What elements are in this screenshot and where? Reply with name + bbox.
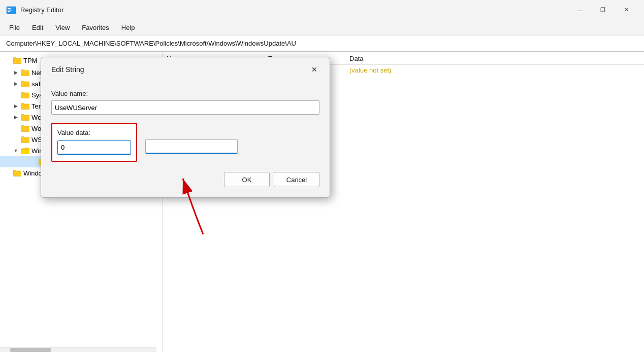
folder-icon bbox=[21, 125, 29, 132]
menu-view[interactable]: View bbox=[50, 22, 75, 33]
menu-bar: File Edit View Favorites Help bbox=[0, 20, 644, 36]
dialog-title-bar: Edit String ✕ bbox=[41, 57, 330, 82]
chevron-icon: ▶ bbox=[12, 102, 19, 110]
title-bar: Registry Editor — ❐ ✕ bbox=[0, 0, 644, 20]
chevron-icon bbox=[12, 91, 19, 98]
folder-icon bbox=[13, 57, 21, 64]
window-controls: — ❐ ✕ bbox=[568, 2, 638, 18]
close-button[interactable]: ✕ bbox=[615, 2, 638, 18]
chevron-icon bbox=[4, 169, 11, 177]
folder-icon bbox=[21, 136, 29, 143]
edit-string-dialog: Edit String ✕ Value name: Value data: Va… bbox=[41, 57, 330, 198]
chevron-icon: ▶ bbox=[12, 69, 19, 76]
chevron-icon bbox=[12, 136, 19, 143]
scrollbar-thumb[interactable] bbox=[10, 348, 51, 352]
folder-icon bbox=[13, 169, 21, 177]
dialog-buttons: OK Cancel bbox=[51, 172, 319, 187]
chevron-icon bbox=[12, 125, 19, 132]
dialog-close-button[interactable]: ✕ bbox=[307, 62, 321, 77]
app-icon bbox=[6, 5, 16, 15]
folder-icon bbox=[21, 69, 29, 76]
value-data-input-right[interactable] bbox=[145, 139, 238, 154]
value-data-input[interactable] bbox=[57, 140, 131, 155]
value-name-label: Value name: bbox=[51, 90, 319, 97]
dialog-title: Edit String bbox=[51, 65, 84, 74]
main-area: TPM ▶ NetworkProvider ▶ safer System bbox=[0, 52, 644, 352]
svg-rect-3 bbox=[8, 11, 10, 12]
col-header-data: Data bbox=[349, 55, 640, 62]
menu-favorites[interactable]: Favorites bbox=[77, 22, 114, 33]
address-path: Computer\HKEY_LOCAL_MACHINE\SOFTWARE\Pol… bbox=[6, 40, 296, 47]
chevron-icon: ▼ bbox=[12, 147, 19, 154]
folder-icon bbox=[21, 91, 29, 98]
folder-icon bbox=[21, 147, 29, 154]
value-data-label: Value data: bbox=[57, 129, 131, 136]
menu-edit[interactable]: Edit bbox=[27, 22, 48, 33]
chevron-icon bbox=[4, 57, 11, 64]
address-bar: Computer\HKEY_LOCAL_MACHINE\SOFTWARE\Pol… bbox=[0, 36, 644, 52]
folder-icon bbox=[21, 80, 29, 87]
svg-rect-1 bbox=[8, 8, 11, 9]
menu-help[interactable]: Help bbox=[116, 22, 140, 33]
folder-icon bbox=[21, 102, 29, 110]
minimize-button[interactable]: — bbox=[568, 2, 591, 18]
svg-rect-2 bbox=[8, 10, 12, 11]
reg-data: (value not set) bbox=[349, 66, 640, 74]
cancel-button[interactable]: Cancel bbox=[274, 172, 319, 187]
dialog-body: Value name: Value data: Value data: OK C… bbox=[41, 82, 330, 197]
menu-file[interactable]: File bbox=[4, 22, 25, 33]
chevron-icon: ▶ bbox=[12, 80, 19, 87]
folder-icon bbox=[21, 114, 29, 121]
chevron-icon bbox=[29, 158, 37, 165]
window-title: Registry Editor bbox=[20, 6, 568, 14]
value-name-input[interactable] bbox=[51, 100, 319, 115]
ok-button[interactable]: OK bbox=[224, 172, 270, 187]
maximize-button[interactable]: ❐ bbox=[591, 2, 615, 18]
tree-item-label: TPM bbox=[23, 57, 37, 64]
horizontal-scrollbar[interactable] bbox=[0, 347, 156, 352]
chevron-icon: ▶ bbox=[12, 114, 19, 121]
